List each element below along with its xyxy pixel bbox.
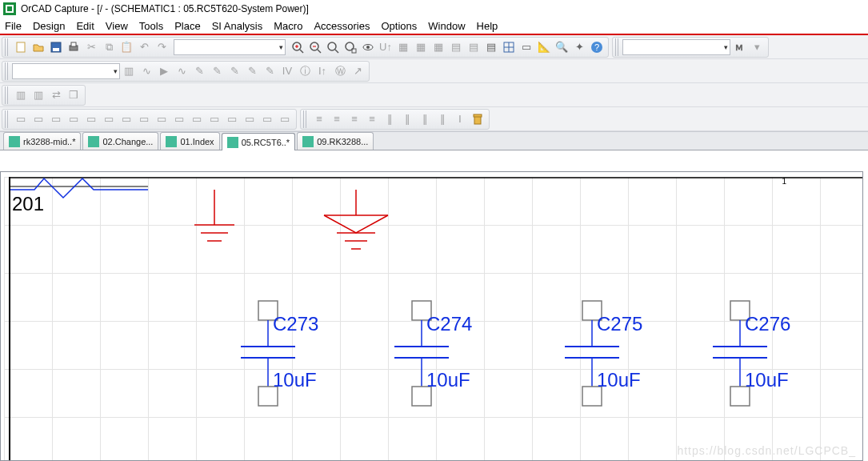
t3-icon[interactable]: ▭: [47, 110, 65, 128]
menu-file[interactable]: File: [5, 20, 22, 32]
snap-1-icon[interactable]: ▦: [394, 38, 412, 56]
w-tool-icon[interactable]: Ⓦ: [331, 62, 349, 80]
menu-si-analysis[interactable]: SI Analysis: [212, 20, 263, 32]
t9-icon[interactable]: ▭: [153, 110, 170, 128]
undo-icon[interactable]: ↶: [135, 38, 153, 56]
t5-icon[interactable]: ▭: [82, 110, 100, 128]
search-dropdown[interactable]: ▾: [622, 39, 730, 55]
tab-rk3288-mid[interactable]: rk3288-mid..*: [3, 132, 81, 150]
zoom-out-icon[interactable]: [306, 38, 324, 56]
sim-wave2-icon[interactable]: ∿: [173, 62, 190, 80]
t12-icon[interactable]: ▭: [206, 110, 223, 128]
snap-3-icon[interactable]: ▦: [430, 38, 447, 56]
toolbar-handle[interactable]: [5, 62, 10, 80]
t14-icon[interactable]: ▭: [241, 110, 258, 128]
toolbar-handle[interactable]: [303, 110, 308, 128]
t11-icon[interactable]: ▭: [188, 110, 206, 128]
eye-icon[interactable]: [359, 38, 377, 56]
t2-icon[interactable]: ▭: [30, 110, 47, 128]
menu-accessories[interactable]: Accessories: [314, 20, 370, 32]
probe-2-icon[interactable]: ✎: [208, 62, 226, 80]
delete-icon[interactable]: [469, 110, 486, 128]
align-4-icon[interactable]: ≡: [363, 110, 381, 128]
toolbar-handle[interactable]: [5, 86, 10, 104]
arrow-icon[interactable]: ↗: [349, 62, 366, 80]
t1-icon[interactable]: ▭: [12, 110, 30, 128]
binoculars-icon[interactable]: ᴍ: [730, 38, 748, 56]
align-3-icon[interactable]: ≡: [346, 110, 363, 128]
i-tool-icon[interactable]: I↑: [314, 62, 331, 80]
align-6-icon[interactable]: ‖: [398, 110, 416, 128]
zoom-fit-icon[interactable]: [324, 38, 342, 56]
tab-02-change[interactable]: 02.Change...: [82, 132, 158, 150]
zoom-in-icon[interactable]: [289, 38, 306, 56]
iv-icon[interactable]: IV: [278, 62, 296, 80]
grid-1-icon[interactable]: ▤: [447, 38, 465, 56]
t6-icon[interactable]: ▭: [100, 110, 118, 128]
help-icon[interactable]: ?: [588, 38, 606, 56]
sim-play-icon[interactable]: ▶: [155, 62, 173, 80]
paste-icon[interactable]: 📋: [118, 38, 135, 56]
place-1-icon[interactable]: ▥: [12, 86, 30, 104]
tab-09-rk3288[interactable]: 09.RK3288...: [297, 132, 374, 150]
find-icon[interactable]: 🔍: [553, 38, 570, 56]
search-caret-icon[interactable]: ▾: [748, 38, 766, 56]
align-5-icon[interactable]: ‖: [381, 110, 398, 128]
menu-design[interactable]: Design: [33, 20, 65, 32]
align-7-icon[interactable]: ‖: [416, 110, 434, 128]
menu-view[interactable]: View: [106, 20, 128, 32]
menu-edit[interactable]: Edit: [76, 20, 94, 32]
grid-toggle-icon[interactable]: [500, 38, 518, 56]
snap-2-icon[interactable]: ▦: [412, 38, 430, 56]
save-icon[interactable]: [47, 38, 65, 56]
align-9-icon[interactable]: Ⅰ: [451, 110, 469, 128]
grid-2-icon[interactable]: ▤: [465, 38, 482, 56]
t8-icon[interactable]: ▭: [135, 110, 153, 128]
menu-window[interactable]: Window: [428, 20, 465, 32]
t16-icon[interactable]: ▭: [276, 110, 294, 128]
tab-01-index[interactable]: 01.Index: [160, 132, 219, 150]
align-2-icon[interactable]: ≡: [328, 110, 346, 128]
open-icon[interactable]: [30, 38, 47, 56]
menu-macro[interactable]: Macro: [274, 20, 302, 32]
redo-icon[interactable]: ↷: [153, 38, 170, 56]
reference-dropdown[interactable]: ▾: [174, 39, 286, 55]
t15-icon[interactable]: ▭: [258, 110, 276, 128]
mirror-icon[interactable]: ⇄: [47, 86, 65, 104]
align-8-icon[interactable]: ‖: [434, 110, 451, 128]
tab-05-rc5t6[interactable]: 05.RC5T6..*: [222, 133, 296, 150]
schematic-canvas[interactable]: 1 201 C27: [4, 177, 862, 460]
capacitor-C275[interactable]: C27510uF: [565, 301, 642, 406]
probe-4-icon[interactable]: ✎: [243, 62, 261, 80]
capacitor-C274[interactable]: C27410uF: [394, 301, 472, 406]
menu-place[interactable]: Place: [174, 20, 201, 32]
new-icon[interactable]: [12, 38, 30, 56]
t7-icon[interactable]: ▭: [118, 110, 135, 128]
align-1-icon[interactable]: ≡: [310, 110, 328, 128]
toolbar-handle[interactable]: [5, 110, 10, 128]
info-icon[interactable]: ⓘ: [296, 62, 314, 80]
zoom-area-icon[interactable]: [342, 38, 359, 56]
probe-5-icon[interactable]: ✎: [261, 62, 278, 80]
menu-options[interactable]: Options: [381, 20, 417, 32]
schematic-viewport[interactable]: 1 201 C27: [0, 171, 863, 461]
capacitor-C273[interactable]: C27310uF: [241, 301, 318, 406]
t10-icon[interactable]: ▭: [170, 110, 188, 128]
menu-tools[interactable]: Tools: [139, 20, 163, 32]
select-icon[interactable]: ▭: [518, 38, 535, 56]
ruler-icon[interactable]: 📐: [535, 38, 553, 56]
uturn-icon[interactable]: U↑: [377, 38, 394, 56]
grid-3-icon[interactable]: ▤: [482, 38, 500, 56]
menu-help[interactable]: Help: [477, 20, 498, 32]
probe-1-icon[interactable]: ✎: [190, 62, 208, 80]
copy-icon[interactable]: ⧉: [100, 38, 118, 56]
layers-icon[interactable]: ❒: [65, 86, 82, 104]
cut-icon[interactable]: ✂: [82, 38, 100, 56]
sim-net-icon[interactable]: ▥: [120, 62, 138, 80]
t4-icon[interactable]: ▭: [65, 110, 82, 128]
capacitor-C276[interactable]: C27610uF: [713, 301, 790, 406]
sim-profile-dropdown[interactable]: ▾: [12, 63, 120, 79]
toolbar-handle[interactable]: [615, 38, 620, 56]
cross-probe-icon[interactable]: ✦: [570, 38, 588, 56]
print-icon[interactable]: [65, 38, 82, 56]
